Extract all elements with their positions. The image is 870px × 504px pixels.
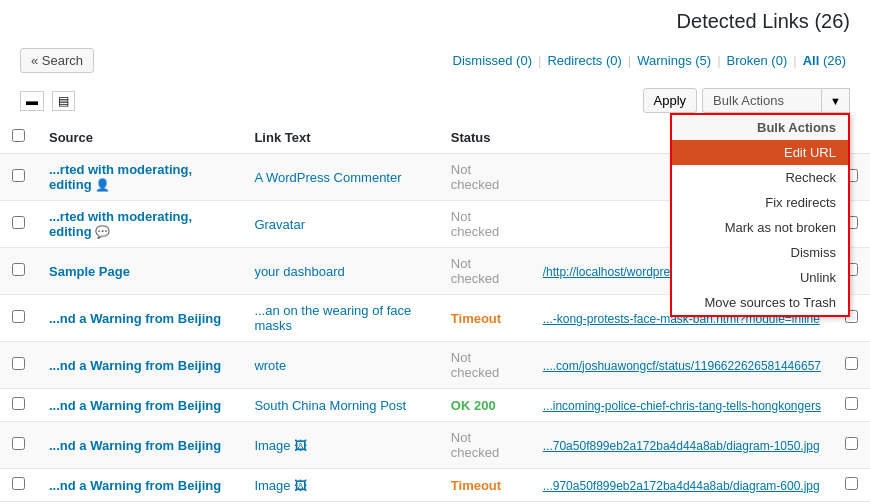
- link-text[interactable]: Image 🖼: [254, 438, 307, 453]
- search-button[interactable]: Search: [20, 48, 94, 73]
- row-end-checkbox[interactable]: [845, 477, 858, 490]
- status-cell: Not checked: [439, 422, 531, 469]
- row-checkbox[interactable]: [12, 263, 25, 276]
- page-title: Detected Links (26): [677, 10, 850, 33]
- filter-redirects[interactable]: Redirects (0): [543, 53, 625, 68]
- row-checkbox[interactable]: [12, 310, 25, 323]
- person-icon: 👤: [92, 178, 110, 192]
- url-link[interactable]: ....com/joshuawongcf/status/119662262658…: [543, 359, 821, 373]
- dropdown-item-move-trash[interactable]: Move sources to Trash: [672, 290, 848, 315]
- status-cell: Timeout: [439, 295, 531, 342]
- row-checkbox[interactable]: [12, 216, 25, 229]
- status-cell: Not checked: [439, 342, 531, 389]
- dropdown-item-dismiss[interactable]: Dismiss: [672, 240, 848, 265]
- col-source: Source: [37, 121, 242, 154]
- dropdown-item-edit-url[interactable]: Edit URL: [672, 140, 848, 165]
- collapse-icon-btn[interactable]: ▬: [20, 91, 44, 111]
- row-end-checkbox[interactable]: [845, 397, 858, 410]
- col-checkbox: [0, 121, 37, 154]
- link-text[interactable]: ...an on the wearing of face masks: [254, 303, 411, 333]
- link-text[interactable]: Gravatar: [254, 217, 305, 232]
- source-link[interactable]: ...nd a Warning from Beijing: [49, 438, 221, 453]
- link-text[interactable]: Image 🖼: [254, 478, 307, 493]
- link-text[interactable]: your dashboard: [254, 264, 344, 279]
- source-link[interactable]: ...rted with moderating, editing 💬: [49, 209, 192, 239]
- table-row: ...nd a Warning from BeijingImage 🖼Not c…: [0, 422, 870, 469]
- row-checkbox[interactable]: [12, 397, 25, 410]
- dropdown-header: Bulk Actions: [672, 115, 848, 140]
- row-checkbox[interactable]: [12, 169, 25, 182]
- table-row: ...nd a Warning from BeijingSouth China …: [0, 389, 870, 422]
- filter-broken[interactable]: Broken (0): [723, 53, 792, 68]
- status-cell: Not checked: [439, 201, 531, 248]
- link-text[interactable]: A WordPress Commenter: [254, 170, 401, 185]
- dropdown-item-mark-not-broken[interactable]: Mark as not broken: [672, 215, 848, 240]
- link-text[interactable]: South China Morning Post: [254, 398, 406, 413]
- source-link[interactable]: ...nd a Warning from Beijing: [49, 311, 221, 326]
- status-cell: OK 200: [439, 389, 531, 422]
- apply-button[interactable]: Apply: [643, 88, 698, 113]
- dropdown-item-fix-redirects[interactable]: Fix redirects: [672, 190, 848, 215]
- link-text[interactable]: wrote: [254, 358, 286, 373]
- comment-icon: 💬: [92, 225, 110, 239]
- table-row: ...nd a Warning from BeijingImage 🖼Timeo…: [0, 469, 870, 502]
- bulk-dropdown-menu: Bulk Actions Edit URL Recheck Fix redire…: [670, 113, 850, 317]
- filter-dismissed[interactable]: Dismissed (0): [449, 53, 536, 68]
- col-status: Status: [439, 121, 531, 154]
- filter-links: Dismissed (0) | Redirects (0) | Warnings…: [449, 53, 850, 68]
- row-checkbox[interactable]: [12, 357, 25, 370]
- status-cell: Not checked: [439, 154, 531, 201]
- row-end-checkbox[interactable]: [845, 357, 858, 370]
- source-link[interactable]: ...rted with moderating, editing 👤: [49, 162, 192, 192]
- bulk-dropdown-toggle[interactable]: ▼: [822, 88, 850, 113]
- row-checkbox[interactable]: [12, 477, 25, 490]
- url-link[interactable]: ...970a50f899eb2a172ba4d44a8ab/diagram-6…: [543, 479, 820, 493]
- filter-all[interactable]: All (26): [799, 53, 850, 68]
- bulk-actions-input[interactable]: Bulk Actions: [702, 88, 822, 113]
- source-link[interactable]: ...nd a Warning from Beijing: [49, 398, 221, 413]
- row-end-checkbox[interactable]: [845, 437, 858, 450]
- source-link[interactable]: ...nd a Warning from Beijing: [49, 358, 221, 373]
- url-link[interactable]: ...incoming-police-chief-chris-tang-tell…: [543, 399, 821, 413]
- source-link[interactable]: Sample Page: [49, 264, 130, 279]
- filter-warnings[interactable]: Warnings (5): [633, 53, 715, 68]
- select-all-checkbox[interactable]: [12, 129, 25, 142]
- url-link[interactable]: ...70a50f899eb2a172ba4d44a8ab/diagram-10…: [543, 439, 820, 453]
- bulk-select-wrapper: Bulk Actions ▼ Bulk Actions Edit URL Rec…: [702, 88, 850, 113]
- status-cell: Timeout: [439, 469, 531, 502]
- expand-icon-btn[interactable]: ▤: [52, 91, 75, 111]
- dropdown-item-unlink[interactable]: Unlink: [672, 265, 848, 290]
- dropdown-item-recheck[interactable]: Recheck: [672, 165, 848, 190]
- bulk-action-area: Apply Bulk Actions ▼ Bulk Actions Edit U…: [643, 88, 850, 113]
- row-checkbox[interactable]: [12, 437, 25, 450]
- table-row: ...nd a Warning from BeijingwroteNot che…: [0, 342, 870, 389]
- col-link-text: Link Text: [242, 121, 438, 154]
- status-cell: Not checked: [439, 248, 531, 295]
- source-link[interactable]: ...nd a Warning from Beijing: [49, 478, 221, 493]
